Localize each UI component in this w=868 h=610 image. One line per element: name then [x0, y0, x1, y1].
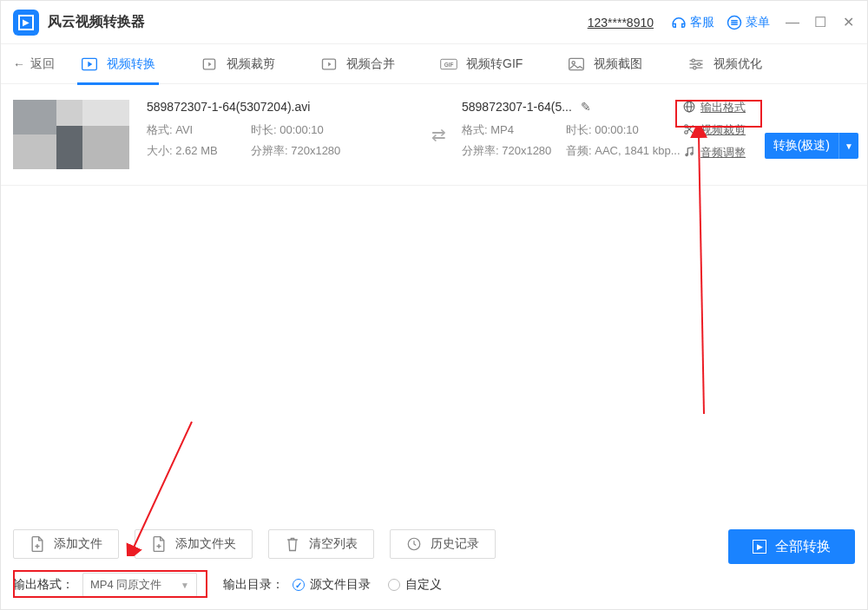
svg-point-8 — [692, 59, 694, 62]
tab-crop[interactable]: 视频裁剪 — [201, 44, 275, 84]
out-format-value: MP4 同原文件 — [90, 577, 161, 593]
footer: 添加文件 添加文件夹 清空列表 历史记录 输出格式： MP4 同原文件 ▼ 输出… — [1, 517, 867, 609]
target-info: 589872307-1-64(5... ✎ 格式: MP4 时长: 00:00:… — [462, 100, 683, 164]
history-label: 历史记录 — [431, 536, 479, 552]
dst-audio: 音频: AAC, 1841 kbp... — [566, 143, 681, 159]
output-format-link[interactable]: 输出格式 — [683, 100, 770, 115]
edit-name-icon[interactable]: ✎ — [581, 100, 591, 114]
dst-format: 格式: MP4 — [462, 122, 566, 138]
audio-label: 音频调整 — [700, 145, 746, 161]
tab-merge[interactable]: 视频合并 — [320, 44, 395, 84]
menu-label: 菜单 — [746, 15, 770, 30]
sliders-icon — [687, 56, 705, 72]
convert-row-label: 转换(极速) — [765, 133, 839, 159]
svg-point-9 — [698, 62, 700, 65]
source-filename: 589872307-1-64(5307204).avi — [147, 100, 416, 114]
dst-resolution: 分辨率: 720x1280 — [462, 143, 566, 159]
svg-point-10 — [694, 66, 696, 69]
chevron-down-icon: ▼ — [181, 580, 189, 590]
add-file-button[interactable]: 添加文件 — [13, 529, 119, 559]
trash-icon — [285, 535, 300, 553]
file-row: 589872307-1-64(5307204).avi 格式: AVI 时长: … — [1, 84, 867, 186]
src-format: 格式: AVI — [147, 122, 251, 138]
shuffle-icon[interactable]: ⇄ — [431, 124, 446, 145]
tab-label: 视频转换 — [107, 56, 155, 72]
scissors-icon — [683, 123, 695, 138]
play-icon: ▶ — [753, 540, 766, 554]
src-resolution: 分辨率: 720x1280 — [251, 143, 340, 159]
tab-label: 视频优化 — [713, 56, 762, 72]
tabs-bar: ← 返回 视频转换 视频裁剪 视频合并 GIF 视频转GIF 视频截图 — [1, 44, 867, 84]
phone-number[interactable]: 123****8910 — [588, 16, 654, 30]
back-arrow-icon: ← — [13, 57, 25, 71]
clock-icon — [406, 535, 422, 553]
tab-convert[interactable]: 视频转换 — [81, 44, 155, 84]
crop-label: 视频裁剪 — [700, 122, 746, 138]
svg-rect-6 — [569, 58, 584, 69]
radio-custom-label: 自定义 — [405, 577, 442, 593]
svg-point-15 — [686, 154, 687, 155]
tab-snapshot[interactable]: 视频截图 — [568, 44, 642, 84]
svg-point-14 — [685, 130, 688, 134]
back-button[interactable]: ← 返回 — [13, 56, 55, 72]
support-link[interactable]: 客服 — [671, 15, 714, 30]
radio-source-label: 源文件目录 — [310, 577, 371, 593]
out-dir-label: 输出目录： — [223, 577, 284, 593]
tab-gif[interactable]: GIF 视频转GIF — [440, 44, 523, 84]
audio-link[interactable]: 音频调整 — [683, 145, 770, 161]
headset-icon — [671, 15, 687, 30]
menu-link[interactable]: 菜单 — [727, 15, 770, 30]
merge-icon — [320, 56, 338, 72]
clear-list-button[interactable]: 清空列表 — [268, 529, 374, 559]
tab-label: 视频转GIF — [466, 56, 523, 72]
tab-enhance[interactable]: 视频优化 — [687, 44, 762, 84]
music-icon — [683, 146, 695, 161]
add-folder-label: 添加文件夹 — [175, 536, 236, 552]
svg-point-13 — [685, 124, 688, 128]
tab-label: 视频裁剪 — [227, 56, 275, 72]
back-label: 返回 — [30, 56, 55, 72]
source-info: 589872307-1-64(5307204).avi 格式: AVI 时长: … — [147, 100, 416, 164]
crop-link[interactable]: 视频裁剪 — [683, 122, 770, 138]
out-format-label: 输出格式： — [13, 577, 74, 593]
output-settings: 输出格式： MP4 同原文件 ▼ 输出目录： 源文件目录 自定义 — [13, 573, 855, 597]
gif-icon: GIF — [440, 56, 457, 72]
convert-all-label: 全部转换 — [775, 538, 831, 556]
app-title: 风云视频转换器 — [48, 13, 145, 31]
row-actions: 输出格式 视频裁剪 音频调整 — [683, 100, 770, 161]
tab-label: 视频合并 — [346, 56, 395, 72]
title-bar: ▶ 风云视频转换器 123****8910 客服 菜单 — ☐ ✕ — [1, 1, 867, 44]
app-logo: ▶ — [13, 10, 39, 36]
add-file-label: 添加文件 — [54, 536, 102, 552]
tab-label: 视频截图 — [594, 56, 642, 72]
svg-text:GIF: GIF — [444, 61, 454, 67]
file-plus-icon — [30, 535, 45, 553]
out-format-select[interactable]: MP4 同原文件 ▼ — [82, 573, 197, 597]
clear-list-label: 清空列表 — [309, 536, 358, 552]
history-button[interactable]: 历史记录 — [390, 529, 496, 559]
crop-icon — [201, 56, 218, 72]
maximize-button[interactable]: ☐ — [813, 16, 827, 30]
src-size: 大小: 2.62 MB — [147, 143, 251, 159]
convert-all-button[interactable]: ▶ 全部转换 — [728, 529, 855, 564]
support-label: 客服 — [690, 15, 714, 30]
convert-row-button[interactable]: 转换(极速) ▼ — [765, 133, 858, 159]
image-icon — [568, 56, 585, 72]
output-format-icon — [683, 101, 695, 115]
radio-empty-icon — [388, 579, 400, 591]
video-thumbnail[interactable] — [13, 100, 129, 169]
svg-point-7 — [572, 61, 575, 63]
radio-custom-dir[interactable]: 自定义 — [388, 577, 442, 593]
folder-plus-icon — [151, 535, 167, 553]
add-folder-button[interactable]: 添加文件夹 — [135, 529, 253, 559]
radio-source-dir[interactable]: 源文件目录 — [293, 577, 371, 593]
minimize-button[interactable]: — — [786, 16, 799, 30]
close-button[interactable]: ✕ — [841, 16, 855, 30]
chevron-down-icon[interactable]: ▼ — [839, 141, 858, 151]
play-icon — [81, 56, 98, 72]
output-format-label: 输出格式 — [700, 100, 746, 115]
svg-point-16 — [691, 153, 693, 154]
dst-duration: 时长: 00:00:10 — [566, 122, 639, 138]
menu-icon — [727, 15, 742, 30]
src-duration: 时长: 00:00:10 — [251, 122, 324, 138]
